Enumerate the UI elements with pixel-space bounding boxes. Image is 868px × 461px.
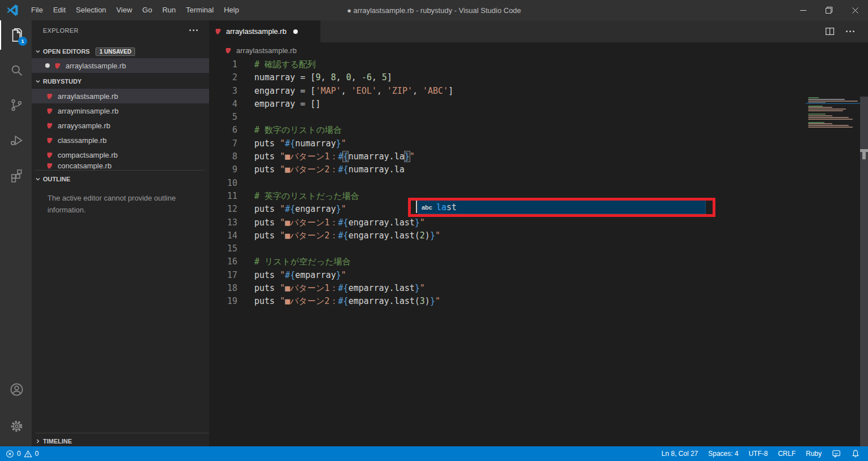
code-line: 15 [209, 242, 868, 255]
sidebar-item-explorer[interactable]: 1 [0, 20, 32, 50]
line-number: 16 [209, 255, 237, 268]
minimap-line [808, 122, 824, 123]
tab-arraylastsample[interactable]: arraylastsample.rb [209, 20, 320, 42]
minimap-line [808, 110, 843, 111]
ruby-file-icon [46, 93, 54, 100]
status-bar: 0 0 Ln 8, Col 27 Spaces: 4 UTF-8 CRLF Ru… [0, 446, 868, 461]
modified-dot-icon[interactable] [293, 29, 298, 34]
more-actions-icon[interactable] [189, 29, 198, 31]
line-number: 1 [209, 58, 237, 71]
cursor-position-status[interactable]: Ln 8, Col 27 [662, 450, 698, 458]
code-line: 14puts "■パターン2：#{engarray.last(2)}" [209, 229, 868, 242]
code-line: 4emparray = [] [209, 98, 868, 111]
settings-button[interactable] [0, 411, 32, 441]
scrollbar-marker [862, 152, 866, 159]
code-line: 10 [209, 177, 868, 190]
chevron-down-icon [35, 176, 41, 182]
split-editor-icon[interactable] [825, 27, 835, 36]
line-number: 15 [209, 242, 237, 255]
restore-icon[interactable] [816, 0, 842, 20]
modified-dot-icon [45, 63, 50, 68]
vertical-scrollbar[interactable] [860, 97, 868, 461]
sidebar-title: EXPLORER [43, 27, 79, 34]
section-workspace-folder[interactable]: RUBYSTUDY [35, 74, 205, 89]
title-bar: FileEditSelectionViewGoRunTerminalHelp ●… [0, 0, 868, 20]
file-label: arrayminsample.rb [58, 107, 119, 115]
minimap-current-line [806, 103, 860, 104]
eol-status[interactable]: CRLF [778, 450, 796, 458]
menu-run[interactable]: Run [157, 0, 181, 20]
gear-icon [9, 419, 24, 434]
menu-view[interactable]: View [111, 0, 137, 20]
minimap-line [808, 127, 853, 128]
language-mode-status[interactable]: Ruby [806, 450, 822, 458]
file-item[interactable]: classsample.rb [32, 133, 209, 147]
file-label: compactsample.rb [58, 151, 118, 159]
minimap-line [808, 123, 832, 124]
section-open-editors[interactable]: OPEN EDITORS 1 UNSAVED [35, 45, 205, 58]
encoding-status[interactable]: UTF-8 [749, 450, 768, 458]
suggest-widget[interactable]: abc last [418, 200, 706, 214]
chevron-down-icon [35, 49, 41, 54]
file-label: arraylastsample.rb [58, 92, 118, 101]
menu-help[interactable]: Help [219, 0, 244, 20]
menu-edit[interactable]: Edit [48, 0, 71, 20]
file-label: arrayysample.rb [58, 121, 110, 130]
editor-group: arraylastsample.rb arraylastsample.rb 1#… [209, 20, 868, 446]
menu-selection[interactable]: Selection [71, 0, 111, 20]
line-number: 11 [209, 190, 237, 203]
sidebar-item-run-and-debug[interactable] [0, 125, 32, 155]
code-line: 16# リストが空だった場合 [209, 255, 868, 268]
suggestion-item-last[interactable]: last [436, 202, 457, 212]
line-number: 6 [209, 124, 237, 137]
outline-message: The active editor cannot provide outline… [47, 192, 183, 216]
sidebar-item-source-control[interactable] [0, 90, 32, 120]
ruby-file-icon [215, 28, 222, 35]
menu-terminal[interactable]: Terminal [181, 0, 219, 20]
code-line: 13puts "■パターン1：#{engarray.last}" [209, 216, 868, 229]
extensions-icon [9, 168, 24, 182]
file-item[interactable]: concatsample.rb [32, 162, 209, 169]
run-debug-icon [9, 133, 24, 148]
line-number: 5 [209, 111, 237, 124]
code-line: 5 [209, 111, 868, 124]
explorer-badge: 1 [18, 37, 27, 46]
line-number: 7 [209, 137, 237, 150]
chevron-right-icon [35, 438, 41, 444]
notifications-bell-icon[interactable] [851, 449, 860, 458]
file-item[interactable]: arrayysample.rb [32, 118, 209, 133]
ruby-file-icon [54, 62, 62, 69]
ruby-file-icon [46, 107, 54, 115]
accounts-button[interactable] [0, 376, 32, 406]
breadcrumb[interactable]: arraylastsample.rb [209, 42, 868, 58]
minimap-line [808, 125, 849, 126]
open-editor-label: arraylastsample.rb [66, 62, 126, 70]
indentation-status[interactable]: Spaces: 4 [708, 450, 738, 458]
file-item[interactable]: arraylastsample.rb [32, 89, 209, 103]
file-item[interactable]: arrayminsample.rb [32, 103, 209, 118]
file-item[interactable]: compactsample.rb [32, 147, 209, 162]
code-line: 9puts "■パターン2：#{numarray.la [209, 163, 868, 176]
section-outline[interactable]: OUTLINE [35, 170, 205, 185]
code-line: 17puts "#{emparray}" [209, 269, 868, 282]
section-timeline[interactable]: TIMELINE [35, 433, 209, 446]
minimize-icon[interactable] [790, 0, 816, 20]
menu-go[interactable]: Go [137, 0, 157, 20]
editor-more-actions-icon[interactable] [846, 31, 854, 32]
sidebar-item-search[interactable] [0, 55, 32, 85]
code-editor[interactable]: 1# 確認する配列2numarray = [9, 8, 0, -6, 5]3en… [209, 58, 868, 446]
line-number: 13 [209, 216, 237, 229]
minimap-line [808, 106, 823, 107]
open-editor-item[interactable]: arraylastsample.rb [32, 58, 209, 73]
code-line: 6# 数字のリストの場合 [209, 124, 868, 137]
minimap-line [808, 115, 832, 116]
suggestion-kind-icon: abc [422, 204, 432, 211]
menu-file[interactable]: File [26, 0, 48, 20]
feedback-icon[interactable] [832, 449, 841, 458]
close-icon[interactable] [842, 0, 868, 20]
problems-status[interactable]: 0 0 [6, 450, 38, 458]
sidebar-item-extensions[interactable] [0, 160, 32, 190]
minimap-line [808, 97, 819, 98]
minimap-line [808, 119, 853, 120]
ruby-file-icon [46, 162, 54, 169]
